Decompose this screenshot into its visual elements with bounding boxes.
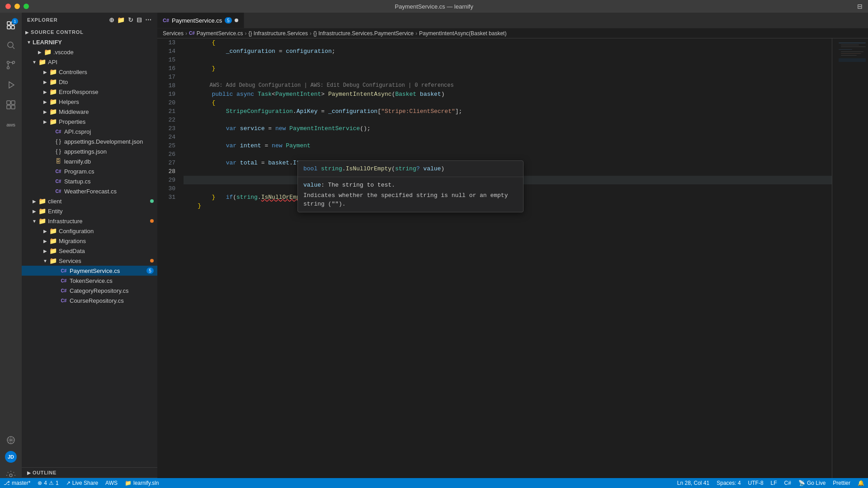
tree-item-helpers[interactable]: ▶ 📁 Helpers <box>22 97 157 107</box>
tree-item-migrations[interactable]: ▶ 📁 Migrations <box>22 236 157 246</box>
tree-item-categoryrepo[interactable]: ▶ C# CategoryRepository.cs <box>22 286 157 296</box>
maximize-button[interactable] <box>24 4 29 9</box>
tree-item-error[interactable]: ▶ 📁 ErrorResponse <box>22 87 157 97</box>
status-prettier[interactable]: Prettier <box>829 478 854 488</box>
tree-item-appsettings[interactable]: ▶ { } appsettings.json <box>22 146 157 156</box>
activity-aws[interactable]: aws <box>2 116 20 134</box>
breadcrumb-file[interactable]: PaymentService.cs <box>197 30 243 37</box>
activity-search[interactable] <box>2 36 20 54</box>
tree-item-tokenservice[interactable]: ▶ C# TokenService.cs <box>22 276 157 286</box>
tree-item-startup[interactable]: ▶ C# Startup.cs <box>22 176 157 186</box>
chevron-right-icon: ▶ <box>42 88 49 95</box>
status-bell[interactable]: 🔔 <box>854 478 868 488</box>
split-icon[interactable]: ⊟ <box>857 3 863 10</box>
chevron-right-icon: ▶ <box>42 98 49 105</box>
activity-extensions[interactable] <box>2 96 20 114</box>
tree-label-dto: Dto <box>59 79 68 85</box>
tree-item-client[interactable]: ▶ 📁 client <box>22 196 157 206</box>
line-num-24: 24 <box>157 133 175 141</box>
tree-item-entity[interactable]: ▶ 📁 Entity <box>22 206 157 216</box>
chevron-down-icon: ▼ <box>25 38 33 46</box>
editor-content[interactable]: 13 14 15 16 17 18 19 20 21 22 23 24 25 2… <box>157 38 868 488</box>
tree-item-appsettings-dev[interactable]: ▶ { } appsettings.Development.json <box>22 136 157 146</box>
code-line-20: StripeConfiguration.ApiKey = _configurat… <box>184 107 832 116</box>
code-area[interactable]: { _configuration = configuration; } AWS:… <box>180 38 832 488</box>
activity-remote[interactable] <box>2 431 20 449</box>
status-position[interactable]: Ln 28, Col 41 <box>674 478 713 488</box>
breadcrumb-services[interactable]: Services <box>163 30 184 37</box>
breadcrumb-ns[interactable]: {} Infrastructure.Services <box>249 30 308 37</box>
tree-learnify-root[interactable]: ▼ LEARNIFY <box>22 37 157 47</box>
activity-source-control[interactable] <box>2 56 20 74</box>
tree-item-db[interactable]: ▶ 🗄 learnify.db <box>22 156 157 166</box>
sidebar-header-icons[interactable]: ⊕ 📁 ↻ ⊟ ⋯ <box>109 16 152 23</box>
chevron-down-icon: ▼ <box>31 58 38 66</box>
tree-label-middleware: Middleware <box>59 108 89 115</box>
refresh-icon[interactable]: ↻ <box>128 16 134 23</box>
minimap-content <box>832 38 868 134</box>
tree-label-api-proj: API.csproj <box>64 128 91 135</box>
tree-item-weather[interactable]: ▶ C# WeatherForecast.cs <box>22 186 157 196</box>
lightbulb-icon[interactable]: 💡 <box>180 184 180 193</box>
tree-item-controllers[interactable]: ▶ 📁 Controllers <box>22 67 157 77</box>
tree-item-infrastructure[interactable]: ▼ 📁 Infrastructure <box>22 216 157 226</box>
folder-green-icon: 📁 <box>49 257 57 265</box>
line-numbers: 13 14 15 16 17 18 19 20 21 22 23 24 25 2… <box>157 38 180 488</box>
status-encoding[interactable]: UTF-8 <box>745 478 767 488</box>
tree-item-api-proj[interactable]: ▶ C# API.csproj <box>22 127 157 136</box>
tree-item-seeddata[interactable]: ▶ 📁 SeedData <box>22 246 157 256</box>
breadcrumb-class[interactable]: {} Infrastructure.Services.PaymentServic… <box>313 30 414 37</box>
status-go-live[interactable]: 📡 Go Live <box>795 478 829 488</box>
folder-icon: 📁 <box>49 117 57 126</box>
status-line-ending[interactable]: LF <box>767 478 781 488</box>
status-language[interactable]: C# <box>781 478 795 488</box>
tree-label-courserepo: CourseRepository.cs <box>70 297 124 304</box>
tree-item-properties[interactable]: ▶ 📁 Properties <box>22 117 157 127</box>
tree-item-vscode[interactable]: ▶ 📁 .vscode <box>22 47 157 57</box>
traffic-lights[interactable] <box>5 4 29 9</box>
close-button[interactable] <box>5 4 11 9</box>
tree-item-courserepo[interactable]: ▶ C# CourseRepository.cs <box>22 296 157 305</box>
window-controls[interactable]: ⊟ <box>857 3 863 10</box>
avatar[interactable]: JD <box>5 451 17 463</box>
outline-header[interactable]: ▶ OUTLINE <box>22 468 157 478</box>
minimize-button[interactable] <box>14 4 20 9</box>
status-spaces[interactable]: Spaces: 4 <box>713 478 744 488</box>
status-solution[interactable]: 📁 learnify.sln <box>157 478 162 488</box>
activity-debug[interactable] <box>2 76 20 94</box>
activity-explorer[interactable]: 1 <box>2 16 20 34</box>
tree-label-categoryrepo: CategoryRepository.cs <box>70 287 129 294</box>
more-icon[interactable]: ⋯ <box>145 16 152 23</box>
chevron-right-icon: ▶ <box>42 118 49 125</box>
new-folder-icon[interactable]: 📁 <box>117 16 125 23</box>
svg-point-4 <box>8 42 13 47</box>
collapse-icon[interactable]: ⊟ <box>137 16 142 23</box>
tree-label-properties: Properties <box>59 118 85 125</box>
tree-item-api[interactable]: ▼ 📁 API <box>22 57 157 67</box>
tree-source-control[interactable]: ▶ SOURCE CONTROL <box>22 27 157 37</box>
status-right: Ln 28, Col 41 Spaces: 4 UTF-8 LF C# 📡 Go… <box>674 478 868 488</box>
code-line-17 <box>184 73 832 81</box>
tree-label-seeddata: SeedData <box>59 248 85 254</box>
autocomplete-description: Indicates whether the specified string i… <box>303 191 518 208</box>
chevron-right-icon: ▶ <box>36 48 43 56</box>
tree-item-services[interactable]: ▼ 📁 Services <box>22 256 157 266</box>
new-file-icon[interactable]: ⊕ <box>109 16 115 23</box>
tree-label-db: learnify.db <box>64 158 91 165</box>
go-live-icon: 📡 <box>798 480 805 486</box>
svg-rect-10 <box>7 101 10 104</box>
svg-rect-21 <box>841 53 861 54</box>
tree-item-middleware[interactable]: ▶ 📁 Middleware <box>22 107 157 117</box>
tree-item-dto[interactable]: ▶ 📁 Dto <box>22 77 157 87</box>
line-num-21: 21 <box>157 107 175 116</box>
tree-item-paymentservice[interactable]: ▶ C# PaymentService.cs 5 <box>22 266 157 276</box>
code-line-19: { <box>184 99 832 107</box>
tree-label-client: client <box>48 198 61 205</box>
tree-item-program[interactable]: ▶ C# Program.cs <box>22 166 157 176</box>
folder-icon: 📁 <box>49 227 57 235</box>
chevron-right-icon: ▶ <box>42 78 49 85</box>
tree-label-helpers: Helpers <box>59 99 79 105</box>
tree-item-configuration[interactable]: ▶ 📁 Configuration <box>22 226 157 236</box>
tab-paymentservice[interactable]: C# PaymentService.cs 5 <box>157 13 244 28</box>
breadcrumb-method[interactable]: PaymentIntentAsync(Basket basket) <box>419 30 506 37</box>
